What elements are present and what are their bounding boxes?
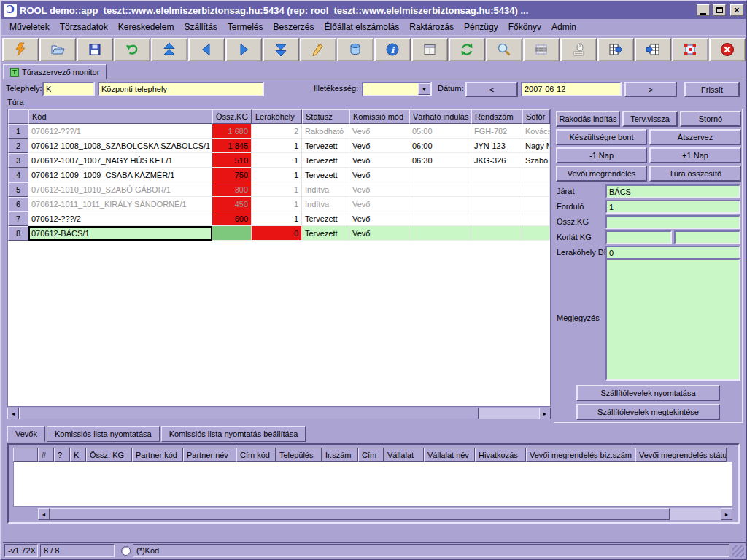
cell-komissio[interactable]: Vevő — [349, 211, 409, 226]
date-next-button[interactable]: > — [624, 82, 677, 97]
column-header-4[interactable]: Partner kód — [132, 448, 183, 462]
cell-ossz_kg[interactable]: 1 845 — [212, 139, 252, 153]
toolbar-input-devices-button[interactable] — [560, 38, 597, 61]
column-header-lerakohely[interactable]: Lerakóhely — [252, 109, 302, 124]
szallitolevelek-megtekintese-button[interactable]: Szállítólevelek megtekintése — [576, 404, 720, 420]
korlat-kg-input-1[interactable] — [605, 230, 672, 244]
cell-statusz[interactable]: Rakodható — [302, 124, 349, 139]
column-header-2[interactable]: K — [70, 448, 86, 462]
menu-raktarozas[interactable]: Raktározás — [404, 20, 459, 34]
chevron-down-icon[interactable]: ▼ — [418, 83, 430, 95]
terv-vissza-button[interactable]: Terv.vissza — [622, 111, 678, 127]
cell-num[interactable]: 4 — [8, 168, 28, 182]
cell-komissio[interactable]: Vevő — [349, 124, 409, 139]
cell-lerakohely[interactable]: 1 — [252, 153, 302, 168]
toolbar-connect-button[interactable] — [2, 38, 39, 61]
cell-statusz[interactable]: Tervezett — [302, 153, 349, 168]
tab-komissios-lista-beallitasa[interactable]: Komissiós lista nyomtatás beállítása — [161, 426, 306, 442]
rakodas-inditas-button[interactable]: Rakodás indítás — [556, 111, 620, 127]
cell-sofor[interactable] — [522, 211, 550, 226]
scrollbar-thumb[interactable] — [50, 508, 670, 520]
table-row[interactable]: 2070612-1008_1008_SZABOLCSKA SZABOLCS/11… — [8, 139, 550, 153]
cell-statusz[interactable]: Tervezett — [302, 226, 349, 241]
cell-num[interactable]: 3 — [8, 153, 28, 168]
cell-rendszam[interactable] — [471, 226, 522, 241]
cell-statusz[interactable]: Tervezett — [302, 168, 349, 182]
cell-kod[interactable]: 070612-BÁCS/1 — [28, 226, 212, 241]
menu-eloallat[interactable]: Élőállat elszámolás — [320, 20, 405, 34]
cell-num[interactable]: 5 — [8, 182, 28, 197]
column-header-10[interactable]: Vállalat — [384, 448, 424, 462]
toolbar-last-button[interactable] — [263, 38, 299, 61]
column-header-3[interactable]: Össz. KG — [86, 448, 132, 462]
cell-num[interactable]: 8 — [8, 226, 28, 241]
cell-komissio[interactable]: Vevő — [349, 139, 409, 153]
telephely-name-input[interactable]: Központi telephely — [98, 82, 264, 96]
cell-sofor[interactable] — [522, 197, 550, 211]
cell-indulas[interactable] — [409, 168, 471, 182]
toolbar-undo-button[interactable] — [114, 38, 150, 61]
cell-ossz_kg[interactable]: 1 680 — [212, 124, 252, 139]
table-row[interactable]: 5070612-1010_1010_SZABÓ GÁBOR/13001Indít… — [8, 182, 550, 197]
column-header-rownum[interactable] — [8, 109, 28, 124]
cell-komissio[interactable]: Vevő — [349, 153, 409, 168]
cell-rendszam[interactable] — [471, 197, 522, 211]
toolbar-database-button[interactable] — [337, 38, 374, 61]
storno-button[interactable]: Stornó — [680, 111, 741, 127]
cell-statusz[interactable]: Tervezett — [302, 139, 349, 153]
maximize-button[interactable] — [713, 4, 726, 16]
cell-ossz_kg[interactable] — [212, 226, 252, 241]
tab-vevok[interactable]: Vevők — [7, 426, 45, 442]
minimize-button[interactable] — [697, 4, 710, 16]
cell-num[interactable]: 6 — [8, 197, 28, 211]
column-header-12[interactable]: Hivatkozás — [475, 448, 526, 462]
scrollbar-thumb[interactable] — [19, 408, 479, 419]
scrollbar-track[interactable] — [670, 508, 721, 520]
cell-komissio[interactable]: Vevő — [349, 168, 409, 182]
column-header-0[interactable]: # — [38, 448, 54, 462]
column-header-osszkg[interactable]: Össz.KG — [212, 109, 252, 124]
cell-indulas[interactable] — [409, 182, 471, 197]
cell-sofor[interactable] — [522, 168, 550, 182]
toolbar-first-button[interactable] — [151, 38, 187, 61]
cell-statusz[interactable]: Tervezett — [302, 211, 349, 226]
cell-rendszam[interactable] — [471, 182, 522, 197]
column-header-9[interactable]: Cím — [358, 448, 384, 462]
cell-kod[interactable]: 070612-???/1 — [28, 124, 212, 139]
cell-rendszam[interactable] — [471, 211, 522, 226]
atszervez-button[interactable]: Átszervez — [649, 129, 741, 145]
cell-lerakohely[interactable]: 1 — [252, 211, 302, 226]
menu-admin[interactable]: Admin — [546, 20, 581, 34]
cell-lerakohely[interactable]: 0 — [252, 226, 302, 241]
cell-lerakohely[interactable]: 1 — [252, 197, 302, 211]
osszkg-input[interactable] — [605, 215, 740, 229]
column-header-rendszam[interactable]: Rendszám — [471, 109, 522, 124]
cell-sofor[interactable] — [522, 226, 550, 241]
column-header-statusz[interactable]: Státusz — [302, 109, 349, 124]
minus-1-nap-button[interactable]: -1 Nap — [556, 147, 647, 163]
szallitolevelek-nyomtatasa-button[interactable]: Szállítólevelek nyomtatása — [576, 385, 720, 401]
telephely-code-input[interactable]: K — [42, 82, 95, 96]
column-header-1[interactable]: ? — [54, 448, 70, 462]
cell-ossz_kg[interactable]: 750 — [212, 168, 252, 182]
tura-osszesito-button[interactable]: Túra összesítő — [649, 166, 741, 182]
cell-kod[interactable]: 070612-1011_1011_KIRÁLY SÁNDORNÉ/1 — [28, 197, 212, 211]
cell-indulas[interactable] — [409, 226, 471, 241]
resize-grip[interactable] — [732, 545, 744, 557]
cell-komissio[interactable]: Vevő — [349, 226, 409, 241]
column-header-kod[interactable]: Kód — [28, 109, 212, 124]
tab-komissios-lista-nyomtatasa[interactable]: Komissiós lista nyomtatása — [47, 426, 160, 442]
scroll-right-icon[interactable]: ► — [721, 508, 732, 520]
cell-kod[interactable]: 070612-1007_1007_NAGY HÚS KFT./1 — [28, 153, 212, 168]
korlat-kg-input-2[interactable] — [674, 230, 740, 244]
menu-kereskedelem[interactable]: Kereskedelem — [113, 20, 179, 34]
column-header-13[interactable]: Vevői megrendelés biz.szám — [526, 448, 635, 462]
cell-kod[interactable]: 070612-1008_1008_SZABOLCSKA SZABOLCS/1 — [28, 139, 212, 153]
column-header-6[interactable]: Cím kód — [236, 448, 276, 462]
cell-lerakohely[interactable]: 2 — [252, 124, 302, 139]
cell-rendszam[interactable]: JKG-326 — [471, 153, 522, 168]
cell-statusz[interactable]: Indítva — [302, 197, 349, 211]
vevoi-megrendeles-button[interactable]: Vevői megrendelés — [556, 166, 647, 182]
toolbar-next-button[interactable] — [225, 38, 262, 61]
keszultsegre-bont-button[interactable]: Készültségre bont — [556, 129, 647, 145]
